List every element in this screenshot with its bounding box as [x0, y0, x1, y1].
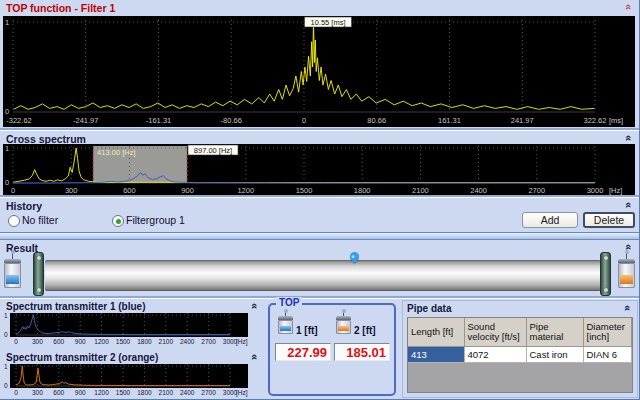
svg-text:300: 300: [65, 186, 78, 195]
delete-button[interactable]: Delete: [583, 212, 635, 228]
spectrum-2-title: Spectrum transmitter 2 (orange): [2, 350, 264, 362]
panel-top-function: TOP function - Filter 1 « -322.62-241.97…: [0, 0, 640, 129]
collapse-chevron-icon[interactable]: «: [248, 300, 260, 312]
svg-text:0: 0: [4, 331, 8, 338]
cell-diameter: DIAN 6: [583, 347, 632, 363]
pipe-data-table: Length [ft] Sound velocity [ft/s] Pipe m…: [407, 317, 633, 393]
transmitter-2-icon: [618, 252, 635, 288]
svg-text:322.62: 322.62: [584, 116, 607, 125]
panel-history: History « No filter Filtergroup 1 Add De…: [0, 198, 640, 232]
table-header-row: Length [ft] Sound velocity [ft/s] Pipe m…: [408, 318, 632, 347]
svg-text:1200: 1200: [94, 389, 109, 396]
col-length[interactable]: Length [ft]: [408, 318, 464, 347]
svg-text:80.66: 80.66: [367, 116, 386, 125]
svg-text:1200: 1200: [94, 338, 109, 345]
svg-text:900: 900: [75, 338, 86, 345]
svg-text:900: 900: [75, 389, 86, 396]
pipe-flange-left: [33, 252, 44, 296]
svg-text:[Hz]: [Hz]: [609, 186, 622, 195]
panel-pipe-data: Pipe data « Length [ft] Sound velocity […: [402, 300, 638, 398]
radio-no-filter-label: No filter: [22, 214, 58, 226]
svg-text:0: 0: [5, 107, 9, 116]
svg-text:0: 0: [5, 178, 9, 187]
cell-pipe-material: Cast iron: [526, 347, 583, 363]
svg-text:1800: 1800: [137, 389, 152, 396]
distance-2-value: 185.01: [334, 343, 390, 361]
svg-text:[Hz]: [Hz]: [236, 389, 248, 397]
transmitter-1-small-icon: [278, 311, 293, 334]
col-pipe-material[interactable]: Pipe material: [526, 318, 583, 347]
cross-spectrum-title: Cross spectrum: [0, 131, 640, 144]
table-row[interactable]: 413 4072 Cast iron DIAN 6: [408, 347, 632, 363]
svg-text:0: 0: [14, 338, 18, 345]
collapse-chevron-icon[interactable]: «: [621, 302, 633, 314]
separator-thick: [0, 232, 639, 240]
svg-text:2700: 2700: [201, 389, 216, 396]
top-function-chart[interactable]: -322.62-241.97-161.31-80.66080.66161.312…: [3, 16, 635, 127]
svg-text:300: 300: [32, 389, 43, 396]
svg-text:0: 0: [14, 389, 18, 396]
spectrum-1-chart[interactable]: 03006009001200150018002100240027003000[H…: [2, 313, 260, 347]
svg-text:-241.97: -241.97: [73, 116, 98, 125]
transmitter-2-small-icon: [336, 311, 351, 334]
svg-text:2700: 2700: [201, 338, 216, 345]
svg-text:900: 900: [181, 186, 194, 195]
svg-text:2100: 2100: [159, 338, 174, 345]
transmitter-1-icon: [4, 252, 21, 288]
svg-text:413.00 [Hz]: 413.00 [Hz]: [97, 148, 135, 157]
top-function-title: TOP function - Filter 1: [0, 0, 640, 16]
svg-text:0: 0: [302, 116, 306, 125]
result-title: Result: [0, 240, 640, 252]
collapse-chevron-icon[interactable]: «: [622, 1, 634, 13]
svg-text:241.97: 241.97: [511, 116, 534, 125]
radio-filtergroup-1[interactable]: [112, 215, 124, 227]
panel-spectrum-1: Spectrum transmitter 1 (blue) « 03006009…: [2, 299, 264, 348]
svg-text:1: 1: [4, 313, 8, 319]
col-diameter[interactable]: Diameter [inch]: [583, 318, 632, 347]
svg-text:1200: 1200: [237, 186, 254, 195]
svg-text:1500: 1500: [116, 338, 131, 345]
radio-no-filter[interactable]: [8, 215, 20, 227]
svg-text:2400: 2400: [470, 186, 487, 195]
svg-text:600: 600: [123, 186, 136, 195]
col-sound-velocity[interactable]: Sound velocity [ft/s]: [464, 318, 526, 347]
svg-text:897.00 [Hz]: 897.00 [Hz]: [194, 146, 232, 155]
svg-text:3000: 3000: [587, 186, 604, 195]
pipe-data-title: Pipe data: [403, 301, 637, 313]
svg-text:10.55 [ms]: 10.55 [ms]: [311, 18, 346, 27]
svg-text:1800: 1800: [354, 186, 371, 195]
svg-text:2400: 2400: [180, 389, 195, 396]
collapse-chevron-icon[interactable]: «: [622, 199, 634, 211]
svg-text:600: 600: [53, 389, 64, 396]
top-result-groupbox: TOP 1 [ft] 2 [ft] 227.99 185.01: [268, 303, 396, 396]
pipe-flange-right: [600, 252, 611, 296]
svg-text:1: 1: [5, 144, 9, 153]
svg-text:300: 300: [32, 338, 43, 345]
svg-text:1800: 1800: [137, 338, 152, 345]
panel-spectrum-2: Spectrum transmitter 2 (orange) « 030060…: [2, 350, 264, 399]
svg-text:2700: 2700: [528, 186, 545, 195]
radio-filtergroup-1-label: Filtergroup 1: [126, 214, 185, 226]
svg-text:2400: 2400: [180, 338, 195, 345]
distance-1-label: 1 [ft]: [296, 325, 318, 336]
cross-spectrum-chart[interactable]: 03006009001200150018002100240027003000[H…: [3, 144, 635, 195]
svg-text:600: 600: [53, 338, 64, 345]
top-groupbox-label: TOP: [276, 297, 302, 308]
add-button[interactable]: Add: [522, 212, 578, 228]
svg-text:161.31: 161.31: [438, 116, 461, 125]
collapse-chevron-icon[interactable]: «: [622, 132, 634, 144]
svg-text:0: 0: [4, 382, 8, 389]
distance-2-label: 2 [ft]: [354, 325, 376, 336]
panel-cross-spectrum: Cross spectrum « 03006009001200150018002…: [0, 131, 640, 195]
svg-text:[Hz]: [Hz]: [236, 338, 248, 346]
svg-text:1: 1: [5, 18, 9, 27]
cell-sound-velocity: 4072: [464, 347, 526, 363]
distance-1-value: 227.99: [275, 343, 331, 361]
svg-text:1500: 1500: [116, 389, 131, 396]
panel-result: Result «: [0, 240, 640, 297]
spectrum-1-title: Spectrum transmitter 1 (blue): [2, 299, 264, 311]
svg-text:-322.62: -322.62: [6, 116, 31, 125]
svg-text:1: 1: [4, 364, 8, 370]
spectrum-2-chart[interactable]: 03006009001200150018002100240027003000[H…: [2, 364, 260, 398]
collapse-chevron-icon[interactable]: «: [248, 351, 260, 363]
